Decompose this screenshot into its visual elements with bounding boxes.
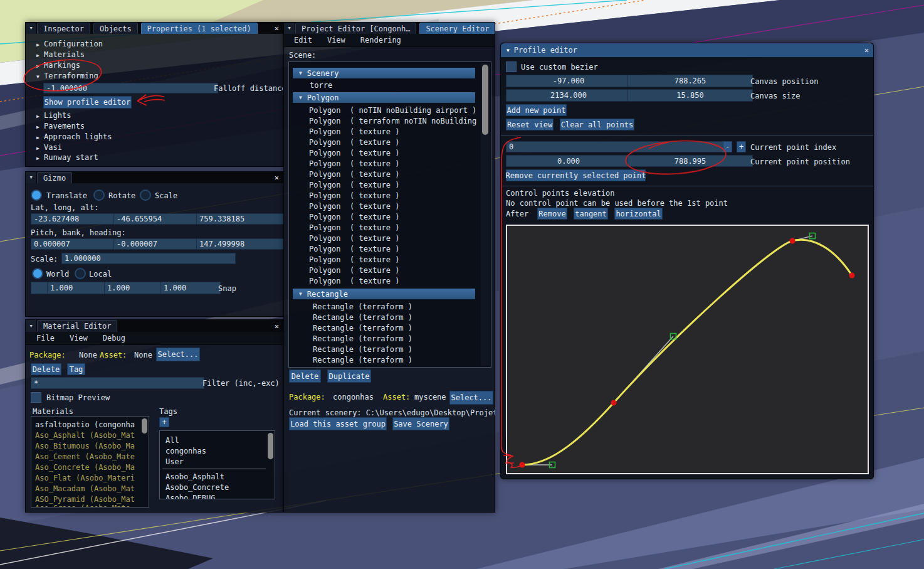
tree-header-polygon[interactable]: ▼Polygon — [293, 92, 475, 103]
radio-world[interactable] — [32, 268, 43, 279]
tree-row-polygon[interactable]: Polygon ( texture ) — [309, 159, 400, 168]
tree-row-polygon[interactable]: Polygon ( texture ) — [309, 149, 400, 157]
section-terraforming[interactable]: ▼ Terraforming — [36, 72, 98, 82]
menu-debug[interactable]: Debug — [95, 334, 133, 343]
add-new-point-button[interactable]: Add new point — [506, 104, 567, 116]
tree-row-polygon[interactable]: Polygon ( texture ) — [309, 170, 400, 179]
load-asset-group-button[interactable]: Load this asset group — [289, 417, 387, 430]
list-item[interactable]: asfaltopatio (congonha — [35, 420, 135, 429]
snap-z-field[interactable]: 1.000 — [160, 282, 221, 294]
remove-selected-point-button[interactable]: Remove currently selected point — [506, 169, 646, 181]
tree-row-polygon[interactable]: Polygon ( texture ) — [309, 223, 400, 232]
materials-scrollbar[interactable] — [142, 418, 147, 433]
tree-row-rectangle[interactable]: Rectangle (terraform ) — [313, 302, 412, 311]
current-point-x-field[interactable]: 0.000 — [506, 155, 631, 167]
tab-scenery-editor[interactable]: Scenery Editor — [419, 23, 495, 34]
long-field[interactable]: -46.655954 — [113, 213, 200, 225]
list-item[interactable]: Aso_Concrete (Asobo_Ma — [35, 463, 135, 472]
scene-tree[interactable]: ▼Scenery torre ▼Polygon Polygon ( noTIN … — [288, 61, 491, 368]
save-scenery-button[interactable]: Save Scenery — [392, 417, 449, 430]
radio-scale[interactable] — [140, 189, 151, 201]
snap-y-field[interactable]: 1.000 — [104, 282, 164, 294]
snap-x-field[interactable]: 1.000 — [47, 282, 107, 294]
close-icon[interactable]: ✕ — [860, 46, 873, 55]
panel-menu-dropdown-icon[interactable]: ▼ — [26, 172, 37, 183]
delete-material-button[interactable]: Delete — [31, 363, 61, 375]
tab-objects[interactable]: Objects — [93, 23, 138, 34]
list-item[interactable]: Aso_Macadam (Asobo_Mat — [35, 484, 135, 493]
panel-menu-dropdown-icon[interactable]: ▼ — [26, 23, 37, 34]
menu-edit[interactable]: Edit — [284, 36, 320, 45]
list-item[interactable]: Aso_Grass (Asobo_Mate — [35, 504, 130, 508]
current-point-index-field[interactable]: 0 — [506, 141, 727, 152]
close-icon[interactable]: ✕ — [270, 23, 283, 34]
bank-field[interactable]: -0.000007 — [113, 238, 200, 250]
heading-field[interactable]: 147.499998 — [196, 238, 284, 250]
after-remove-button[interactable]: Remove — [537, 208, 567, 220]
list-item[interactable]: ASO_Pyramid (Asobo_Mat — [35, 495, 135, 504]
tree-row-torre[interactable]: torre — [310, 81, 332, 90]
tree-row-polygon[interactable]: Polygon ( texture ) — [309, 138, 400, 147]
add-tag-button[interactable]: + — [159, 417, 169, 427]
filter-input[interactable]: * — [31, 377, 204, 389]
tree-row-polygon[interactable]: Polygon ( texture ) — [309, 245, 400, 253]
menu-view[interactable]: View — [62, 334, 95, 343]
radio-translate[interactable] — [31, 189, 42, 201]
tree-row-rectangle[interactable]: Rectangle (terraform ) — [313, 345, 412, 354]
clear-all-points-button[interactable]: Clear all points — [560, 119, 634, 130]
tree-row-polygon[interactable]: Polygon ( terraform noTIN noBuilding ) — [309, 117, 486, 125]
tree-row-polygon[interactable]: Polygon ( texture ) — [309, 202, 400, 211]
scene-tree-scrollbar[interactable] — [482, 65, 488, 135]
tree-row-rectangle[interactable]: Rectangle (terraform ) — [313, 334, 412, 343]
reset-view-button[interactable]: Reset view — [506, 119, 554, 130]
index-increment-button[interactable]: + — [737, 141, 746, 152]
radio-local[interactable] — [75, 268, 86, 279]
delete-node-button[interactable]: Delete — [289, 370, 321, 383]
after-tangent-button[interactable]: tangent — [574, 208, 608, 220]
list-item[interactable]: Asobo_Concrete — [165, 483, 229, 492]
section-materials[interactable]: ▶ Materials — [36, 50, 85, 60]
tags-list[interactable]: All congonhas User Asobo_Asphalt Asobo_C… — [159, 430, 275, 499]
list-item[interactable]: Asobo_DEBUG — [165, 494, 215, 499]
section-lights[interactable]: ▶ Lights — [36, 111, 71, 121]
list-item[interactable]: Aso_Asphalt (Asobo_Mat — [35, 431, 135, 440]
tag-button[interactable]: Tag — [67, 363, 85, 375]
tree-header-scenery[interactable]: ▼Scenery — [293, 68, 475, 78]
tree-row-polygon[interactable]: Polygon ( texture ) — [309, 266, 400, 275]
falloff-distance-input[interactable]: -1.000000 — [43, 83, 218, 93]
menu-file[interactable]: File — [26, 334, 62, 343]
tree-row-polygon[interactable]: Polygon ( texture ) — [309, 213, 400, 221]
profile-curve-canvas[interactable] — [506, 225, 869, 474]
after-horizontal-button[interactable]: horizontal — [614, 208, 663, 220]
menu-rendering[interactable]: Rendering — [353, 36, 409, 45]
tree-row-polygon[interactable]: Polygon ( texture ) — [309, 127, 400, 136]
radio-translate-label[interactable]: Translate — [46, 191, 87, 200]
list-item[interactable]: All — [165, 436, 179, 445]
bitmap-preview-checkbox[interactable] — [31, 392, 41, 403]
tree-row-rectangle[interactable]: Rectangle (terraform ) — [313, 324, 412, 332]
tree-row-polygon[interactable]: Polygon ( texture ) — [309, 191, 400, 200]
use-custom-bezier-checkbox[interactable] — [506, 61, 517, 72]
materials-list[interactable]: asfaltopatio (congonha Aso_Asphalt (Asob… — [31, 416, 149, 508]
section-pavements[interactable]: ▶ Pavements — [36, 122, 85, 132]
tree-row-polygon[interactable]: Polygon ( texture ) — [309, 181, 400, 189]
snap-toggle-box[interactable] — [31, 282, 48, 294]
index-decrement-button[interactable]: - — [723, 141, 732, 152]
tab-properties[interactable]: Properties (1 selected) — [141, 23, 258, 34]
canvas-size-x-field[interactable]: 2134.000 — [506, 89, 631, 102]
canvas-position-y-field[interactable]: 788.265 — [627, 75, 753, 87]
tab-gizmo[interactable]: Gizmo — [37, 172, 72, 183]
alt-field[interactable]: 759.338185 — [196, 213, 284, 225]
radio-rotate[interactable] — [93, 189, 105, 201]
radio-rotate-label[interactable]: Rotate — [108, 191, 135, 200]
panel-menu-dropdown-icon[interactable]: ▼ — [26, 320, 37, 332]
pitch-field[interactable]: 0.000007 — [31, 238, 117, 250]
section-configuration[interactable]: ▶ Configuration — [36, 40, 103, 50]
duplicate-node-button[interactable]: Duplicate — [327, 370, 371, 383]
radio-scale-label[interactable]: Scale — [155, 191, 177, 200]
section-runway-start[interactable]: ▶ Runway start — [36, 153, 98, 163]
radio-local-label[interactable]: Local — [89, 270, 112, 279]
list-item[interactable]: Aso_Flat (Asobo_Materi — [35, 474, 135, 482]
close-icon[interactable]: ✕ — [270, 320, 283, 332]
scale-field[interactable]: 1.000000 — [61, 253, 236, 264]
